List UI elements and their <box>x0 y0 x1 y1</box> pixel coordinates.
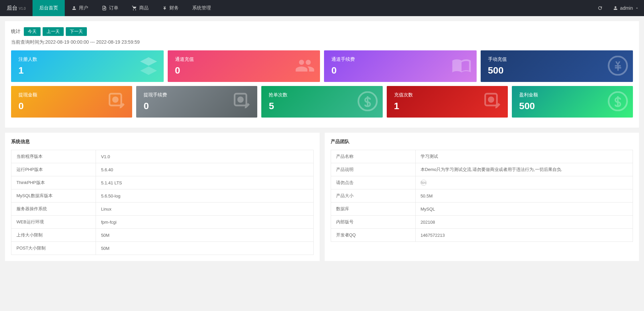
panel-title: 系统信息 <box>11 139 314 145</box>
info-key: 数据库 <box>331 203 415 216</box>
info-key: 上传大小限制 <box>11 229 96 242</box>
info-key: 请勿点击 <box>331 176 415 189</box>
stat-value: 500 <box>488 65 626 76</box>
tips-icon[interactable]: tips <box>421 180 427 186</box>
stat-title: 注册人数 <box>18 56 156 62</box>
info-key: 运行PHP版本 <box>11 163 96 176</box>
info-key: 服务器操作系统 <box>11 203 96 216</box>
info-value: V1.0 <box>96 150 313 163</box>
info-value: 50.5M <box>415 189 633 203</box>
stat-card: 提现手续费 0 <box>136 86 257 118</box>
dollar-icon <box>608 91 628 113</box>
info-key: ThinkPHP版本 <box>11 176 96 189</box>
table-row: 服务器操作系统Linux <box>11 203 314 216</box>
nav-item-3[interactable]: 商品 <box>125 0 155 16</box>
info-key: POST大小限制 <box>11 242 96 255</box>
product-team-panel: 产品团队 产品名称学习测试产品说明本Demo只为学习测试交流,请勿要做商业或者用… <box>325 133 639 261</box>
system-info-panel: 系统信息 当前程序版本V1.0运行PHP版本5.6.40ThinkPHP版本5.… <box>5 133 320 261</box>
user-icon <box>71 5 77 11</box>
nav-label: 商品 <box>139 5 149 11</box>
stat-value: 1 <box>18 65 156 76</box>
nav-item-0[interactable]: 后台首页 <box>33 0 65 16</box>
top-header: 后台 V1.0 后台首页用户订单商品财务系统管理 admin <box>0 0 644 16</box>
stat-title: 手动充值 <box>488 56 626 62</box>
info-value: 202108 <box>415 216 633 229</box>
nav-label: 财务 <box>169 5 179 11</box>
info-key: 产品大小 <box>331 189 415 203</box>
nav-item-4[interactable]: 财务 <box>155 0 185 16</box>
yen-icon <box>162 5 167 11</box>
table-row: 产品大小50.5M <box>331 189 633 203</box>
users-icon <box>295 56 315 77</box>
nav-label: 用户 <box>79 5 88 11</box>
table-row: MySQL数据库版本5.6.50-log <box>11 189 314 203</box>
table-row: 数据库MySQL <box>331 203 633 216</box>
edit-icon <box>232 91 252 113</box>
stat-card: 通道充值 0 <box>168 50 320 82</box>
stat-card: 手动充值 500 <box>481 50 633 82</box>
info-value: 5.6.50-log <box>96 189 313 203</box>
system-info-table: 当前程序版本V1.0运行PHP版本5.6.40ThinkPHP版本5.1.41 … <box>11 150 314 255</box>
info-value: 1467572213 <box>415 229 633 242</box>
stat-title: 通道手续费 <box>331 56 469 62</box>
doc-icon <box>102 5 107 11</box>
header-right: admin <box>592 0 644 16</box>
info-key: 当前程序版本 <box>11 150 96 163</box>
info-value: tips <box>415 176 633 189</box>
nav-label: 系统管理 <box>192 5 211 11</box>
stats-row-1: 注册人数 1 通道充值 0 通道手续费 0 手动充值 500 <box>11 50 633 82</box>
stat-value: 0 <box>331 65 469 76</box>
table-row: WEB运行环境fpm-fcgi <box>11 216 314 229</box>
chevron-up-icon <box>635 6 639 10</box>
stats-card: 统计 今天上一天下一天 当前查询时间为:2022-08-19 00:00:00 … <box>5 21 639 128</box>
table-row: 开发者QQ1467572213 <box>331 229 633 242</box>
stat-value: 0 <box>175 65 313 76</box>
user-icon <box>613 5 618 11</box>
filter-row: 统计 今天上一天下一天 <box>11 27 633 36</box>
nav-item-5[interactable]: 系统管理 <box>185 0 218 16</box>
filter-button-2[interactable]: 下一天 <box>66 27 87 36</box>
table-row: 请勿点击tips <box>331 176 633 189</box>
panel-title: 产品团队 <box>331 139 633 145</box>
stat-card: 盈利金额 500 <box>512 86 633 118</box>
info-value: 学习测试 <box>415 150 633 163</box>
info-value: 50M <box>96 229 313 242</box>
stat-title: 通道充值 <box>175 56 313 62</box>
edit-icon <box>483 91 503 113</box>
nav-item-2[interactable]: 订单 <box>95 0 125 16</box>
product-team-table: 产品名称学习测试产品说明本Demo只为学习测试交流,请勿要做商业或者用于违法行为… <box>331 150 633 242</box>
stat-card: 提现金额 0 <box>11 86 132 118</box>
filter-label: 统计 <box>11 29 20 35</box>
info-key: 内部版号 <box>331 216 415 229</box>
table-row: 当前程序版本V1.0 <box>11 150 314 163</box>
query-time-text: 当前查询时间为:2022-08-19 00:00:00 --- 2022-08-… <box>11 39 633 45</box>
nav-label: 后台首页 <box>39 5 58 11</box>
info-value: 5.6.40 <box>96 163 313 176</box>
user-menu[interactable]: admin <box>608 0 644 16</box>
table-row: POST大小限制50M <box>11 242 314 255</box>
stat-card: 通道手续费 0 <box>324 50 477 82</box>
info-key: 产品名称 <box>331 150 415 163</box>
info-key: WEB运行环境 <box>11 216 96 229</box>
info-value: Linux <box>96 203 313 216</box>
logo: 后台 V1.0 <box>0 5 33 12</box>
stat-card: 抢单次数 5 <box>261 86 382 118</box>
info-value: MySQL <box>415 203 633 216</box>
table-row: ThinkPHP版本5.1.41 LTS <box>11 176 314 189</box>
info-value: fpm-fcgi <box>96 216 313 229</box>
table-row: 产品说明本Demo只为学习测试交流,请勿要做商业或者用于违法行为,一切后果自负. <box>331 163 633 176</box>
main-nav: 后台首页用户订单商品财务系统管理 <box>33 0 218 16</box>
book-icon <box>451 56 472 77</box>
username: admin <box>620 5 633 11</box>
refresh-button[interactable] <box>592 0 608 16</box>
table-row: 产品名称学习测试 <box>331 150 633 163</box>
nav-label: 订单 <box>109 5 118 11</box>
yen-circle-icon <box>608 56 628 77</box>
nav-item-1[interactable]: 用户 <box>65 0 95 16</box>
filter-button-0[interactable]: 今天 <box>24 27 41 36</box>
info-value: 本Demo只为学习测试交流,请勿要做商业或者用于违法行为,一切后果自负. <box>415 163 633 176</box>
table-row: 上传大小限制50M <box>11 229 314 242</box>
filter-button-1[interactable]: 上一天 <box>43 27 64 36</box>
layers-icon <box>139 56 159 77</box>
info-key: 开发者QQ <box>331 229 415 242</box>
